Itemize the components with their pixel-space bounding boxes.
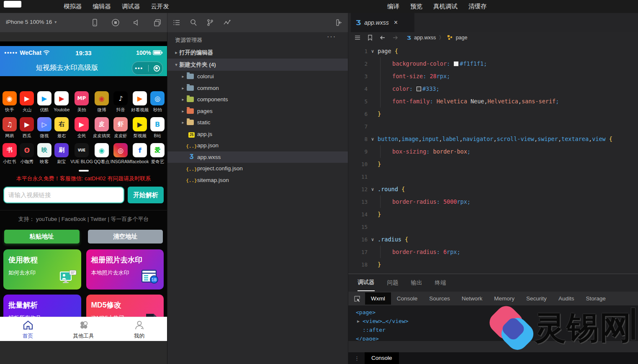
- app-grid-item[interactable]: ▶好看视频: [131, 91, 149, 113]
- devtools-tab-network[interactable]: Network: [456, 292, 489, 305]
- back-arrow-icon[interactable]: [379, 34, 386, 41]
- tree-section[interactable]: ▸打开的编辑器: [167, 46, 348, 59]
- code-line[interactable]: 6}: [348, 108, 638, 120]
- feature-card[interactable]: MD5修改改MD5上热门MD5: [86, 295, 164, 317]
- app-grid-item[interactable]: 映映客: [36, 143, 53, 165]
- menubar-item[interactable]: 模拟器: [64, 3, 82, 10]
- exit-icon[interactable]: [154, 65, 160, 72]
- menubar-item[interactable]: 真机调试: [433, 3, 458, 10]
- devtools-tab-audits[interactable]: Audits: [553, 292, 580, 305]
- code-line[interactable]: 17border-radius: 6rpx;: [348, 246, 638, 258]
- menubar-item[interactable]: 预览: [410, 3, 422, 10]
- app-grid-item[interactable]: 右最右: [53, 117, 71, 139]
- code-line[interactable]: 9box-sizing: border-box;: [348, 145, 638, 158]
- app-grid-item[interactable]: BB站: [149, 117, 166, 139]
- video-link-input[interactable]: [3, 187, 124, 203]
- app-grid-item[interactable]: ▶Youtobe: [53, 91, 71, 113]
- app-grid-item[interactable]: 书小红书: [1, 143, 18, 165]
- bookmark-icon[interactable]: [367, 34, 373, 41]
- app-grid-item[interactable]: 皮皮皮搞笑: [93, 117, 111, 139]
- phone-icon[interactable]: [90, 18, 99, 27]
- scrollbar[interactable]: [631, 308, 635, 340]
- clear-address-button[interactable]: 清空地址: [88, 230, 163, 244]
- app-grid-item[interactable]: ʘ小咖秀: [18, 143, 36, 165]
- menubar-item[interactable]: 编辑器: [93, 3, 111, 10]
- code-line[interactable]: 15: [348, 220, 638, 233]
- device-selector[interactable]: iPhone 5 100% 16▾: [6, 19, 57, 25]
- app-grid-item[interactable]: ▷微视: [36, 117, 53, 139]
- record-icon[interactable]: [111, 18, 120, 27]
- paste-address-button[interactable]: 粘贴地址: [4, 230, 80, 244]
- feature-card[interactable]: 使用教程如何去水印: [3, 249, 81, 290]
- code-line[interactable]: 5font-family: Helvetica Neue,Helvetica,s…: [348, 95, 638, 108]
- devtools-tab-memory[interactable]: Memory: [488, 292, 520, 305]
- code-line[interactable]: 3font-size: 28rpx;: [348, 70, 638, 82]
- code-area[interactable]: 1∨page {2background-color: #f1f1f1;3font…: [348, 43, 638, 275]
- breadcrumb[interactable]: Ʒ app.wxss 〉 page: [407, 34, 467, 41]
- code-line[interactable]: 18}: [348, 258, 638, 271]
- app-grid-item[interactable]: 爱爱奇艺: [149, 143, 166, 165]
- sound-icon[interactable]: [132, 18, 141, 27]
- debugger-tab[interactable]: 输出: [411, 275, 422, 291]
- app-grid-item[interactable]: MP美拍: [70, 91, 93, 113]
- close-icon[interactable]: ×: [394, 19, 398, 26]
- code-line[interactable]: 1∨page {: [348, 45, 638, 57]
- tree-item-project-config-json[interactable]: {..}project.config.json: [167, 163, 348, 174]
- feature-card[interactable]: 批量解析解析所有作品: [3, 295, 81, 317]
- debugger-tab[interactable]: 问题: [387, 275, 399, 291]
- tabbar-item-me[interactable]: 我的: [111, 317, 167, 341]
- tree-item-app-json[interactable]: {..}app.json: [167, 140, 348, 151]
- git-branch-icon[interactable]: [206, 18, 214, 27]
- tree-item-sitemap-json[interactable]: {..}sitemap.json: [167, 174, 348, 186]
- devtools-tab-security[interactable]: Security: [520, 292, 553, 305]
- app-grid-item[interactable]: ◎INSGRAM: [111, 143, 131, 165]
- tree-item-pages[interactable]: ▸pages: [167, 105, 348, 117]
- code-line[interactable]: 14}: [348, 208, 638, 220]
- app-grid-item[interactable]: ▶西瓜: [18, 117, 36, 139]
- debugger-tab[interactable]: 调试器: [358, 274, 375, 291]
- tree-item-app-js[interactable]: JSapp.js: [167, 128, 348, 140]
- code-line[interactable]: 10}: [348, 158, 638, 170]
- tree-item-static[interactable]: ▸static: [167, 117, 348, 128]
- menubar-item[interactable]: 编译: [387, 3, 399, 10]
- app-grid-item[interactable]: ▶火山: [18, 91, 36, 113]
- app-grid-item[interactable]: ♫网易: [1, 117, 18, 139]
- code-line[interactable]: 16∨.radius {: [348, 233, 638, 246]
- expand-arrow-icon[interactable]: ▶: [357, 317, 363, 326]
- inspect-element-icon[interactable]: [353, 295, 361, 302]
- search-icon[interactable]: [189, 18, 198, 27]
- more-icon[interactable]: ●●●: [135, 66, 143, 70]
- menubar-item[interactable]: 调试器: [122, 3, 140, 10]
- code-line[interactable]: 8∨button,image,input,label,navigator,scr…: [348, 133, 638, 145]
- windows-icon[interactable]: [153, 18, 162, 27]
- app-grid-item[interactable]: VUEVUE BLOG: [70, 143, 93, 165]
- devtools-tab-console[interactable]: Console: [391, 292, 424, 305]
- outline-icon[interactable]: [354, 34, 361, 41]
- kebab-menu-icon[interactable]: ⋮: [354, 357, 360, 359]
- forward-arrow-icon[interactable]: [392, 34, 399, 41]
- tree-item-colorui[interactable]: ▸colorui: [167, 71, 348, 82]
- app-grid-item[interactable]: ◎秒拍: [149, 91, 166, 113]
- feature-card[interactable]: 相册照片去水印本地照片去水印1B: [86, 249, 164, 290]
- tree-item-common[interactable]: ▸common: [167, 82, 348, 94]
- console-drawer-tab[interactable]: Console: [365, 352, 399, 364]
- more-actions-icon[interactable]: ···: [327, 33, 336, 41]
- devtools-tab-storage[interactable]: Storage: [580, 292, 611, 305]
- code-line[interactable]: 2background-color: #f1f1f1;: [348, 57, 638, 70]
- menubar-item[interactable]: 清缓存: [468, 3, 487, 10]
- devtools-tab-sources[interactable]: Sources: [423, 292, 456, 305]
- app-grid-item[interactable]: ▶全民: [70, 117, 93, 139]
- app-grid-item[interactable]: ffacebook: [131, 143, 149, 165]
- debugger-tab[interactable]: 终端: [435, 275, 446, 291]
- tabbar-item-home[interactable]: 首页: [0, 317, 56, 341]
- wxml-node[interactable]: <page>: [348, 308, 638, 317]
- wxml-node[interactable]: ▶<view>…</view>: [348, 317, 638, 326]
- tree-item-components[interactable]: ▸components: [167, 94, 348, 105]
- code-line[interactable]: 7: [348, 120, 638, 133]
- parse-button[interactable]: 开始解析: [128, 187, 164, 203]
- app-grid-item[interactable]: 虾皮皮虾: [111, 117, 131, 139]
- open-editors-list-icon[interactable]: [172, 18, 181, 27]
- tree-section[interactable]: ▾新建文件夹 (4): [167, 59, 348, 71]
- app-grid-item[interactable]: ◉QQ看点: [93, 143, 111, 165]
- menubar-item[interactable]: 云开发: [151, 3, 170, 10]
